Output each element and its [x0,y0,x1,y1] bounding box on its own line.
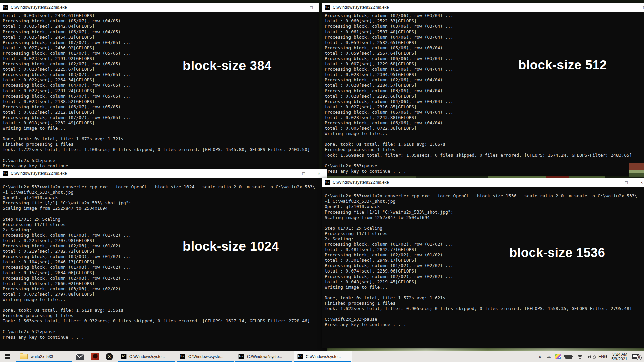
color-app-tray-icon[interactable] [555,354,561,359]
annotation-block-size-512: block-size 512 [518,58,607,72]
mail-icon [76,354,84,360]
taskbar-cmd-button-4-active[interactable]: C:\Windows\syste... [294,351,352,362]
language-indicator[interactable]: ENG [598,354,607,359]
close-button[interactable]: × [311,169,327,178]
cmd-button-label: C:\Windows\syste... [129,354,165,359]
window-title: C:\Windows\system32\cmd.exe [333,5,389,10]
console-output[interactable]: total : 0.035[sec], 2444.61[GFLOPS] Proc… [0,12,319,169]
folder-icon [20,354,28,359]
console-output[interactable]: Processing block, column (02/06), row (0… [322,12,644,174]
window-controls: – □ × [603,178,644,187]
tray-time: 3:24 AM [612,352,627,357]
desktop-wallpaper-patch [629,163,644,177]
window-controls: – □ [288,3,319,12]
action-center-icon[interactable]: 6 [632,354,639,359]
onedrive-cloud-icon[interactable] [546,353,551,360]
window-title: C:\Windows\system32\cmd.exe [333,180,389,185]
taskbar: waifu2x_533 C:\Windows\syste... C:\Windo… [0,351,644,362]
minimize-button[interactable]: – [280,169,296,178]
system-tray: ENG 3:24 AM 5/8/2021 6 [538,351,644,362]
cmd-button-label: C:\Windows\syste... [306,354,341,359]
taskbar-dragon-app-button[interactable] [87,351,102,362]
cmd-icon [121,354,127,359]
window-titlebar[interactable]: C:\Windows\system32\cmd.exe – □ [322,3,644,12]
dragon-app-icon [91,353,99,360]
taskbar-cmd-button-2[interactable]: C:\Windows\syste... [176,351,234,362]
annotation-block-size-384: block-size 384 [183,59,272,72]
window-title: C:\Windows\system32\cmd.exe [11,171,67,176]
taskbar-mail-button[interactable] [72,351,87,362]
annotation-block-size-1536: block-size 1536 [509,246,605,259]
cmd-window-block-size-1024: C:\Windows\system32\cmd.exe – □ × C:\wai… [0,169,327,351]
cmd-button-label: C:\Windows\syste... [247,354,282,359]
wifi-icon[interactable] [577,354,583,359]
maximize-button[interactable]: □ [637,3,644,12]
taskbar-cmd-button-3[interactable]: C:\Windows\syste... [235,351,293,362]
chevron-up-icon[interactable] [538,354,541,359]
taskbar-cmd-button-1[interactable]: C:\Windows\syste... [118,351,175,362]
window-controls: – □ [622,3,644,12]
volume-icon[interactable] [588,354,594,359]
notification-badge: 6 [636,355,642,360]
annotation-block-size-1024: block-size 1024 [183,240,279,253]
xbox-icon [106,353,113,360]
cmd-icon [297,354,303,359]
cmd-icon [238,354,244,359]
cmd-icon [325,180,330,185]
maximize-button[interactable]: □ [304,3,319,12]
cmd-icon [3,5,8,10]
window-controls: – □ × [280,169,327,178]
start-button[interactable] [0,351,15,362]
explorer-button-label: waifu2x_533 [31,354,53,359]
cmd-icon [3,171,8,176]
minimize-button[interactable]: – [603,178,619,187]
cmd-window-block-size-1536: C:\Windows\system32\cmd.exe – □ × C:\wai… [322,178,644,348]
close-button[interactable]: × [634,178,644,187]
battery-charging-icon[interactable] [565,355,572,359]
window-titlebar[interactable]: C:\Windows\system32\cmd.exe – □ × [0,169,327,178]
tray-date: 5/8/2021 [611,357,627,361]
minimize-button[interactable]: – [288,3,304,12]
taskbar-xbox-button[interactable] [102,351,117,362]
clock[interactable]: 3:24 AM 5/8/2021 [611,352,627,361]
minimize-button[interactable]: – [622,3,637,12]
window-titlebar[interactable]: C:\Windows\system32\cmd.exe – □ × [322,178,644,187]
taskbar-file-explorer-button[interactable]: waifu2x_533 [15,351,72,362]
console-output[interactable]: C:\waifu2x_533>waifu2x-converter-cpp.exe… [0,178,327,340]
window-title: C:\Windows\system32\cmd.exe [11,5,67,10]
maximize-button[interactable]: □ [619,178,634,187]
cmd-window-block-size-512: C:\Windows\system32\cmd.exe – □ Processi… [322,3,644,176]
cmd-button-label: C:\Windows\syste... [188,354,223,359]
windows-logo-icon [5,354,10,359]
window-titlebar[interactable]: C:\Windows\system32\cmd.exe – □ [0,3,319,12]
maximize-button[interactable]: □ [296,169,311,178]
cmd-icon [180,354,185,359]
cmd-icon [325,5,330,10]
cmd-window-block-size-384: C:\Windows\system32\cmd.exe – □ total : … [0,3,319,170]
